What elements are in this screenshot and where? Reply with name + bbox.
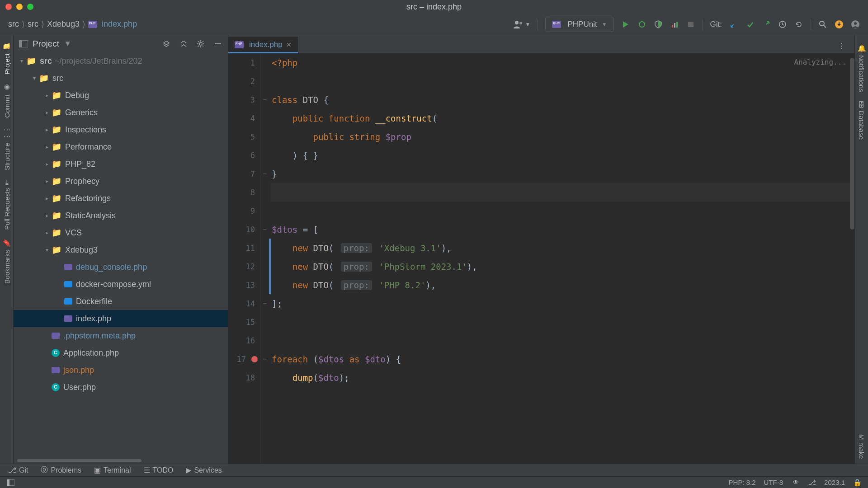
- todo-tab[interactable]: ☰TODO: [144, 466, 174, 474]
- problems-tab[interactable]: ⓪Problems: [41, 465, 81, 475]
- fold-marker[interactable]: −: [261, 220, 269, 239]
- breadcrumb-item[interactable]: src: [28, 19, 38, 29]
- fold-marker[interactable]: [261, 313, 269, 331]
- fold-marker[interactable]: [261, 183, 269, 202]
- debug-button[interactable]: [637, 20, 646, 29]
- scrollbar-thumb[interactable]: [850, 58, 854, 230]
- sync-button[interactable]: [835, 20, 844, 29]
- make-tool-tab[interactable]: Mmake: [856, 430, 867, 464]
- fold-marker[interactable]: [261, 72, 269, 90]
- project-tree[interactable]: ▾📁src~/projects/JetBrains/202▾📁src▸📁Debu…: [14, 52, 228, 459]
- fold-marker[interactable]: [261, 257, 269, 276]
- tree-item-application-php[interactable]: Application.php: [14, 344, 228, 361]
- fold-marker[interactable]: −: [261, 164, 269, 183]
- code-line[interactable]: new DTO( prop: 'PhpStorm 2023.1'),: [271, 257, 854, 276]
- services-tab[interactable]: ▶Services: [186, 466, 222, 474]
- tree-item-staticanalysis[interactable]: ▸📁StaticAnalysis: [14, 207, 228, 224]
- maximize-window-button[interactable]: [27, 4, 33, 10]
- code-line[interactable]: dump($dto);: [271, 368, 854, 387]
- line-number[interactable]: 18: [228, 368, 260, 387]
- fold-marker[interactable]: [261, 202, 269, 220]
- encoding[interactable]: UTF-8: [764, 479, 783, 486]
- line-number[interactable]: 1: [228, 53, 260, 72]
- tree-item-php-82[interactable]: ▸📁PHP_82: [14, 155, 228, 173]
- line-number[interactable]: 6: [228, 146, 260, 164]
- coverage-button[interactable]: [654, 20, 663, 29]
- tree-item-inspections[interactable]: ▸📁Inspections: [14, 121, 228, 138]
- tree-item-index-php[interactable]: index.php: [14, 310, 228, 327]
- sidebar-scrollbar[interactable]: [14, 459, 228, 464]
- fold-marker[interactable]: [261, 276, 269, 294]
- tree-item-performance[interactable]: ▸📁Performance: [14, 138, 228, 155]
- fold-marker[interactable]: [261, 53, 269, 72]
- ide-version[interactable]: 2023.1: [824, 479, 845, 486]
- code-line[interactable]: new DTO( prop: 'Xdebug 3.1'),: [271, 239, 854, 257]
- search-button[interactable]: [818, 20, 827, 29]
- fold-marker[interactable]: [261, 127, 269, 146]
- lock-icon[interactable]: 🔒: [853, 479, 862, 487]
- code-line[interactable]: [271, 331, 854, 350]
- tree-item-debug[interactable]: ▸📁Debug: [14, 87, 228, 104]
- tree-item-vcs[interactable]: ▸📁VCS: [14, 224, 228, 241]
- breadcrumb-item[interactable]: Xdebug3: [47, 19, 80, 29]
- fold-marker[interactable]: −: [261, 90, 269, 109]
- code-body[interactable]: Analyzing... <?php class DTO { public fu…: [271, 53, 854, 464]
- code-line[interactable]: public string $prop: [271, 127, 854, 146]
- fold-marker[interactable]: [261, 331, 269, 350]
- line-number[interactable]: 7: [228, 164, 260, 183]
- tree-item-docker-compose-yml[interactable]: docker-compose.yml: [14, 276, 228, 293]
- fold-marker[interactable]: [261, 146, 269, 164]
- code-line[interactable]: public function __construct(: [271, 109, 854, 127]
- tree-item-user-php[interactable]: User.php: [14, 379, 228, 396]
- line-number[interactable]: 13: [228, 276, 260, 294]
- code-line[interactable]: [271, 313, 854, 331]
- code-line[interactable]: ];: [271, 294, 854, 313]
- stop-button[interactable]: [686, 20, 695, 29]
- tree-item-src[interactable]: ▾📁src: [14, 70, 228, 87]
- tree-item-generics[interactable]: ▸📁Generics: [14, 104, 228, 121]
- git-pull-button[interactable]: [729, 20, 738, 29]
- git-push-button[interactable]: [762, 20, 771, 29]
- php-version[interactable]: PHP: 8.2: [729, 479, 756, 486]
- code-line[interactable]: new DTO( prop: 'PHP 8.2'),: [271, 276, 854, 294]
- project-dropdown[interactable]: ▼: [64, 39, 71, 48]
- run-config-select[interactable]: PHPUnit ▼: [545, 17, 613, 32]
- select-in-button[interactable]: [162, 39, 171, 48]
- line-number[interactable]: 2: [228, 72, 260, 90]
- code-line[interactable]: foreach ($dtos as $dto) {: [271, 350, 854, 368]
- code-line[interactable]: <?php: [271, 53, 854, 72]
- tree-root[interactable]: ▾📁src~/projects/JetBrains/202: [14, 52, 228, 70]
- git-tab[interactable]: ⎇Git: [8, 466, 28, 474]
- revert-button[interactable]: [794, 20, 803, 29]
- history-button[interactable]: [778, 20, 787, 29]
- fold-marker[interactable]: [261, 239, 269, 257]
- profile-button[interactable]: [670, 20, 679, 29]
- tree-item-xdebug3[interactable]: ▾📁Xdebug3: [14, 241, 228, 258]
- code-editor[interactable]: 123456789101112131415161718 −−−−− Analyz…: [228, 53, 854, 464]
- tree-item-prophecy[interactable]: ▸📁Prophecy: [14, 173, 228, 190]
- avatar-button[interactable]: [851, 20, 860, 29]
- tree-item-debug-console-php[interactable]: debug_console.php: [14, 258, 228, 276]
- fold-gutter[interactable]: −−−−−: [261, 53, 269, 464]
- fold-marker[interactable]: [261, 368, 269, 387]
- line-number[interactable]: 4: [228, 109, 260, 127]
- branch-icon[interactable]: ⎇: [808, 479, 816, 487]
- editor-tab[interactable]: index.php ✕: [228, 37, 298, 53]
- line-number[interactable]: 3: [228, 90, 260, 109]
- git-commit-button[interactable]: [745, 20, 755, 29]
- line-number[interactable]: 10: [228, 220, 260, 239]
- tree-item--phpstorm-meta-php[interactable]: .phpstorm.meta.php: [14, 327, 228, 344]
- line-number[interactable]: 14: [228, 294, 260, 313]
- code-line[interactable]: class DTO {: [271, 90, 854, 109]
- database-tool-tab[interactable]: 🗄Database: [856, 97, 867, 144]
- expand-all-button[interactable]: [179, 39, 188, 48]
- editor-scrollbar[interactable]: [850, 53, 854, 464]
- commit-tool-tab[interactable]: Commit◉: [1, 79, 13, 122]
- line-number[interactable]: 12: [228, 257, 260, 276]
- notifications-tool-tab[interactable]: 🔔Notifications: [856, 40, 868, 97]
- pullrequests-tool-tab[interactable]: Pull Requests⇤: [1, 175, 13, 235]
- bookmarks-tool-tab[interactable]: Bookmarks🔖: [1, 235, 13, 288]
- tool-windows-button[interactable]: [6, 478, 15, 487]
- fold-marker[interactable]: [261, 109, 269, 127]
- tree-item-dockerfile[interactable]: Dockerfile: [14, 293, 228, 310]
